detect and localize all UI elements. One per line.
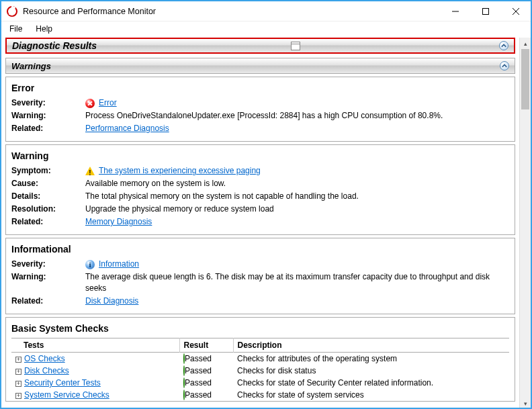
menu-file[interactable]: File <box>7 23 25 35</box>
collapse-icon[interactable] <box>499 41 508 50</box>
title-bar: Resource and Performance Monitor <box>1 1 531 21</box>
vertical-scrollbar[interactable]: ▴ ▾ <box>519 38 531 409</box>
report-content: Diagnostic Results Warnings Error Severi… <box>1 38 519 409</box>
label-severity: Severity: <box>11 97 85 109</box>
label-related: Related: <box>11 123 85 134</box>
warning-icon <box>85 167 95 175</box>
scroll-up-icon[interactable]: ▴ <box>520 38 531 49</box>
test-name-link[interactable]: Disk Checks <box>24 366 69 375</box>
label-symptom: Symptom: <box>11 165 85 177</box>
panel-heading: Informational <box>11 244 509 255</box>
maximize-button[interactable] <box>470 1 500 21</box>
expand-icon[interactable]: + <box>15 381 21 387</box>
scroll-track[interactable] <box>520 49 531 398</box>
window-title: Resource and Performance Monitor <box>23 7 440 16</box>
warning-text: Process OneDriveStandaloneUpdater.exe [P… <box>85 110 509 122</box>
error-icon <box>85 99 95 108</box>
expand-icon[interactable]: + <box>15 393 21 399</box>
section-title: Diagnostic Results <box>12 40 97 51</box>
close-button[interactable] <box>500 1 531 21</box>
label-related: Related: <box>11 216 85 228</box>
window-controls <box>440 1 531 21</box>
table-row[interactable]: +System Service Checks Passed Checks for… <box>11 389 509 401</box>
warning-panel: Warning Symptom: The system is experienc… <box>5 144 515 235</box>
label-warning: Warning: <box>11 110 85 122</box>
result-text: Passed <box>185 378 212 388</box>
test-name-link[interactable]: Security Center Tests <box>24 378 101 388</box>
label-cause: Cause: <box>11 178 85 189</box>
result-text: Passed <box>185 390 212 400</box>
section-header-warnings[interactable]: Warnings <box>5 58 515 74</box>
section-title: Warnings <box>11 61 51 71</box>
label-resolution: Resolution: <box>11 203 85 215</box>
label-details: Details: <box>11 191 85 202</box>
svg-rect-1 <box>482 8 488 14</box>
calendar-icon <box>291 42 300 50</box>
label-warning: Warning: <box>11 271 85 283</box>
basic-system-checks-panel: Basic System Checks Tests Result Descrip… <box>5 317 515 402</box>
severity-link[interactable]: Error <box>99 97 117 109</box>
test-name-link[interactable]: OS Checks <box>24 354 65 363</box>
severity-link[interactable]: Information <box>99 259 139 270</box>
description-text: Checks for disk status <box>233 365 509 377</box>
expand-icon[interactable]: + <box>15 369 21 375</box>
panel-heading: Error <box>11 83 509 93</box>
cause-text: Available memory on the system is low. <box>85 178 509 189</box>
label-related: Related: <box>11 296 85 307</box>
scroll-thumb[interactable] <box>521 49 529 109</box>
section-header-diagnostic-results[interactable]: Diagnostic Results <box>5 38 515 54</box>
test-name-link[interactable]: System Service Checks <box>24 390 109 400</box>
checks-table: Tests Result Description +OS Checks Pass… <box>11 338 509 401</box>
panel-heading: Basic System Checks <box>11 323 509 334</box>
label-severity: Severity: <box>11 259 85 270</box>
result-text: Passed <box>185 354 212 363</box>
panel-heading: Warning <box>11 150 509 161</box>
scroll-down-icon[interactable]: ▾ <box>520 398 531 409</box>
minimize-button[interactable] <box>440 1 470 21</box>
table-row[interactable]: +OS Checks Passed Checks for attributes … <box>11 353 509 365</box>
table-header-row: Tests Result Description <box>11 338 509 353</box>
related-link-performance[interactable]: Performance Diagnosis <box>85 123 169 134</box>
col-description[interactable]: Description <box>233 338 509 353</box>
result-text: Passed <box>185 366 212 375</box>
table-row[interactable]: +Security Center Tests Passed Checks for… <box>11 377 509 389</box>
details-text: The total physical memory on the system … <box>85 191 509 202</box>
warning-text: The average disk queue length is 6. The … <box>85 271 509 294</box>
description-text: Checks for state of Security Center rela… <box>233 377 509 389</box>
resolution-text: Upgrade the physical memory or reduce sy… <box>85 203 509 215</box>
info-icon <box>85 260 95 269</box>
app-icon <box>7 6 17 17</box>
description-text: Checks for attributes of the operating s… <box>233 353 509 365</box>
symptom-link[interactable]: The system is experiencing excessive pag… <box>99 165 261 177</box>
menu-bar: File Help <box>1 21 531 38</box>
description-text: Checks for state of system services <box>233 389 509 401</box>
collapse-icon[interactable] <box>500 61 509 71</box>
col-result[interactable]: Result <box>179 338 233 353</box>
menu-help[interactable]: Help <box>33 23 55 35</box>
related-link-memory[interactable]: Memory Diagnosis <box>85 216 152 228</box>
informational-panel: Informational Severity: Information Warn… <box>5 238 515 314</box>
error-panel: Error Severity: Error Warning: Process O… <box>5 77 515 142</box>
related-link-disk[interactable]: Disk Diagnosis <box>85 296 138 307</box>
expand-icon[interactable]: + <box>15 357 21 363</box>
col-tests[interactable]: Tests <box>11 338 179 353</box>
table-row[interactable]: +Disk Checks Passed Checks for disk stat… <box>11 365 509 377</box>
